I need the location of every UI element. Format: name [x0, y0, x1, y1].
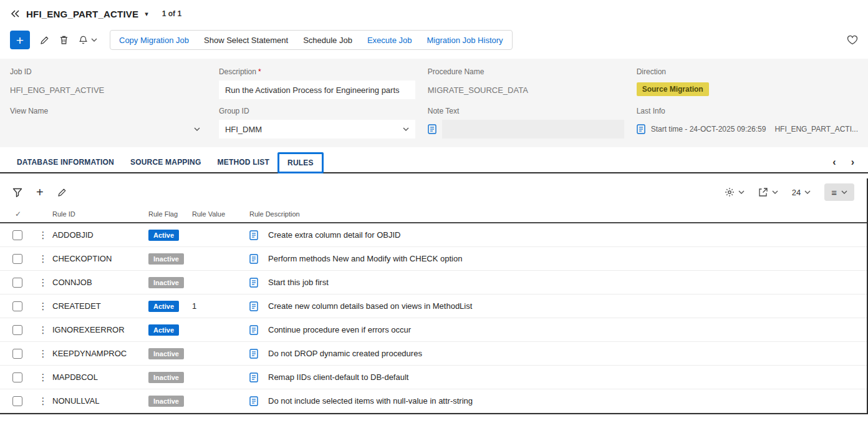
row-checkbox[interactable]	[12, 396, 22, 406]
table-row[interactable]: ⋮ IGNOREXEERROR Active Continue procedur…	[0, 318, 867, 342]
procedure-name-value: MIGRATE_SOURCE_DATA	[428, 80, 624, 99]
note-icon[interactable]	[249, 278, 258, 288]
table-row[interactable]: ⋮ CREATEDET Active 1 Create new column d…	[0, 294, 867, 318]
procedure-name-label: Procedure Name	[428, 67, 485, 76]
edit-rule-icon[interactable]	[57, 188, 67, 197]
col-rule-id[interactable]: Rule ID	[52, 210, 148, 218]
table-row[interactable]: ⋮ NONULLVAL Inactive Do not include sele…	[0, 389, 867, 413]
rule-description: Do not include selected items with null-…	[268, 396, 473, 406]
show-select-statement-button[interactable]: Show Select Statement	[196, 31, 296, 49]
direction-label: Direction	[637, 67, 666, 76]
table-row[interactable]: ⋮ MAPDBCOL Inactive Remap IIDs client-de…	[0, 366, 867, 389]
list-icon: ≡	[831, 187, 837, 198]
tab-database-information[interactable]: DATABASE INFORMATION	[9, 152, 122, 172]
note-icon[interactable]	[249, 325, 258, 335]
table-row[interactable]: ⋮ CONNJOB Inactive Start this job first	[0, 271, 867, 294]
col-rule-flag[interactable]: Rule Flag	[148, 210, 192, 218]
rule-id: NONULLVAL	[52, 396, 148, 406]
rule-flag-badge: Inactive	[148, 277, 184, 288]
rule-flag-badge: Inactive	[148, 348, 184, 359]
chevron-down-icon	[804, 190, 811, 194]
row-checkbox[interactable]	[12, 325, 22, 335]
rule-description: Create new column details based on views…	[268, 301, 472, 311]
row-menu-icon[interactable]: ⋮	[34, 301, 52, 312]
rule-description: Do not DROP dynamic created procedures	[268, 349, 422, 358]
note-icon[interactable]	[249, 230, 258, 240]
description-label: Description	[219, 67, 256, 76]
add-rule-icon[interactable]: +	[36, 185, 44, 200]
note-icon[interactable]	[249, 301, 258, 311]
tabs-scroll-left-icon[interactable]: ‹	[832, 157, 836, 167]
page-size-select[interactable]: 24	[792, 188, 811, 197]
tabs-scroll-right-icon[interactable]: ›	[851, 157, 854, 167]
rule-id: CREATEDET	[52, 301, 148, 311]
field-job-id: Job ID HFI_ENG_PART_ACTIVE	[10, 67, 206, 99]
migration-job-history-button[interactable]: Migration Job History	[419, 31, 510, 49]
rule-description: Remap IIDs client-default to DB-default	[268, 372, 408, 382]
row-checkbox[interactable]	[12, 372, 22, 382]
schedule-job-button[interactable]: Schedule Job	[296, 31, 360, 49]
rule-flag-badge: Active	[148, 301, 179, 312]
rule-description: Perform methods New and Modify with CHEC…	[268, 254, 462, 263]
select-all-check-icon[interactable]: ✓	[10, 210, 34, 218]
chevron-down-icon	[91, 38, 97, 42]
row-menu-icon[interactable]: ⋮	[34, 372, 52, 383]
notifications-control[interactable]	[79, 35, 97, 45]
row-checkbox[interactable]	[12, 278, 22, 288]
note-text-input[interactable]	[442, 120, 624, 139]
page-title: HFI_ENG_PART_ACTIVE	[26, 9, 138, 19]
edit-icon[interactable]	[40, 36, 49, 45]
group-id-label: Group ID	[219, 107, 249, 115]
chevron-down-icon	[772, 190, 778, 194]
table-row[interactable]: ⋮ KEEPDYNAMPROC Inactive Do not DROP dyn…	[0, 342, 867, 366]
view-name-select[interactable]	[10, 120, 206, 139]
col-rule-value[interactable]: Rule Value	[192, 210, 249, 218]
filter-icon[interactable]	[12, 188, 22, 197]
last-info-job-name: HFI_ENG_PART_ACTI...	[774, 125, 858, 134]
row-menu-icon[interactable]: ⋮	[34, 253, 52, 265]
note-icon[interactable]	[249, 349, 258, 359]
tab-method-list[interactable]: METHOD LIST	[209, 152, 277, 172]
view-mode-button[interactable]: ≡	[824, 183, 854, 201]
collapse-back-icon[interactable]	[10, 9, 20, 18]
table-settings-control[interactable]	[725, 187, 745, 197]
add-button[interactable]: +	[10, 31, 30, 49]
row-checkbox[interactable]	[12, 301, 22, 311]
row-checkbox[interactable]	[12, 230, 22, 240]
description-input[interactable]	[219, 80, 415, 99]
row-checkbox[interactable]	[12, 254, 22, 264]
execute-job-button[interactable]: Execute Job	[360, 31, 420, 49]
table-row[interactable]: ⋮ CHECKOPTION Inactive Perform methods N…	[0, 247, 867, 271]
col-rule-description[interactable]: Rule Description	[249, 210, 867, 218]
required-asterisk: *	[258, 67, 261, 76]
delete-icon[interactable]	[59, 35, 69, 45]
row-menu-icon[interactable]: ⋮	[34, 277, 52, 288]
note-icon[interactable]	[249, 396, 258, 406]
row-menu-icon[interactable]: ⋮	[34, 348, 52, 359]
rule-id: KEEPDYNAMPROC	[52, 349, 148, 358]
favorite-heart-icon[interactable]	[847, 35, 858, 45]
row-menu-icon[interactable]: ⋮	[34, 396, 52, 407]
tab-rules[interactable]: RULES	[277, 152, 324, 173]
group-id-select[interactable]: HFI_DMM	[219, 120, 415, 139]
row-checkbox[interactable]	[12, 349, 22, 359]
note-icon[interactable]	[249, 254, 258, 264]
export-control[interactable]	[758, 187, 778, 197]
rule-description: Continue procedure even if errors occur	[268, 325, 411, 334]
table-row[interactable]: ⋮ ADDOBJID Active Create extra column de…	[0, 223, 867, 247]
tab-source-mapping[interactable]: SOURCE MAPPING	[122, 152, 209, 172]
note-icon[interactable]	[249, 372, 258, 382]
title-dropdown-icon[interactable]: ▾	[145, 10, 148, 18]
last-info-icon[interactable]	[637, 124, 645, 134]
rule-value: 1	[192, 301, 249, 311]
row-menu-icon[interactable]: ⋮	[34, 230, 52, 241]
copy-migration-job-button[interactable]: Copy Migration Job	[112, 31, 196, 49]
last-info-label: Last Info	[637, 107, 665, 115]
job-actions-group: Copy Migration Job Show Select Statement…	[110, 30, 513, 50]
field-view-name: View Name	[10, 107, 206, 139]
note-text-icon[interactable]	[428, 124, 436, 134]
row-menu-icon[interactable]: ⋮	[34, 324, 52, 336]
rule-id: MAPDBCOL	[52, 372, 148, 382]
chevron-down-icon	[738, 190, 745, 194]
rules-table-panel: + 24 ≡ ✓ Rule ID Rule Flag	[0, 178, 868, 414]
